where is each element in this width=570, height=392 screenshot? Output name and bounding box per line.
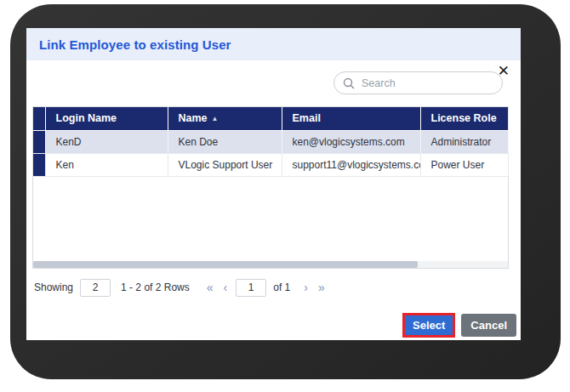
column-header-email[interactable]: Email	[282, 107, 420, 130]
modal-title: Link Employee to existing User	[39, 37, 231, 52]
cell-name: Ken Doe	[168, 130, 282, 153]
pagination-bar: Showing 1 - 2 of 2 Rows « ‹ of 1 › »	[34, 277, 330, 298]
last-page-button[interactable]: »	[313, 281, 330, 294]
link-employee-modal: Link Employee to existing User ✕ Login N…	[26, 28, 521, 340]
table-row[interactable]: Ken VLogic Support User support11@vlogic…	[33, 153, 508, 176]
cell-license-role: Administrator	[420, 130, 508, 153]
cell-login-name: KenD	[45, 130, 168, 153]
users-table-container: Login Name Name▲ Email License Role KenD…	[32, 106, 509, 269]
cell-email: ken@vlogicsystems.com	[282, 130, 420, 153]
cancel-button[interactable]: Cancel	[461, 314, 516, 337]
row-range-label: 1 - 2 of 2 Rows	[121, 281, 190, 293]
cell-login-name: Ken	[45, 153, 168, 176]
search-icon	[343, 77, 355, 89]
sort-ascending-icon: ▲	[212, 115, 219, 122]
page-size-input[interactable]	[80, 279, 111, 297]
users-table: Login Name Name▲ Email License Role KenD…	[33, 107, 509, 177]
page-count-label: of 1	[273, 281, 290, 293]
modal-footer: Select Cancel	[402, 313, 516, 338]
select-button[interactable]: Select	[402, 313, 455, 338]
row-selector-cell[interactable]	[33, 130, 45, 153]
first-page-button[interactable]: «	[202, 281, 219, 294]
screen: Link Employee to existing User ✕ Login N…	[0, 0, 570, 392]
previous-page-button[interactable]: ‹	[219, 281, 233, 294]
column-header-login-name[interactable]: Login Name	[45, 107, 168, 130]
cell-email: support11@vlogicsystems.com	[282, 153, 420, 176]
row-selector-cell[interactable]	[33, 153, 45, 176]
column-header-license-role[interactable]: License Role	[420, 107, 508, 130]
modal-header: Link Employee to existing User	[26, 28, 521, 60]
horizontal-scrollbar-track[interactable]	[33, 261, 508, 268]
table-header-row: Login Name Name▲ Email License Role	[33, 107, 508, 130]
horizontal-scrollbar-thumb[interactable]	[33, 261, 418, 268]
search-box[interactable]	[333, 71, 503, 94]
column-header-name[interactable]: Name▲	[168, 107, 282, 130]
current-page-input[interactable]	[236, 279, 266, 297]
selector-column-header	[33, 107, 45, 130]
showing-label: Showing	[34, 281, 73, 293]
next-page-button[interactable]: ›	[299, 281, 313, 294]
table-row[interactable]: KenD Ken Doe ken@vlogicsystems.com Admin…	[33, 130, 508, 153]
search-input[interactable]	[362, 77, 489, 89]
cell-name: VLogic Support User	[168, 153, 282, 176]
cell-license-role: Power User	[420, 153, 508, 176]
